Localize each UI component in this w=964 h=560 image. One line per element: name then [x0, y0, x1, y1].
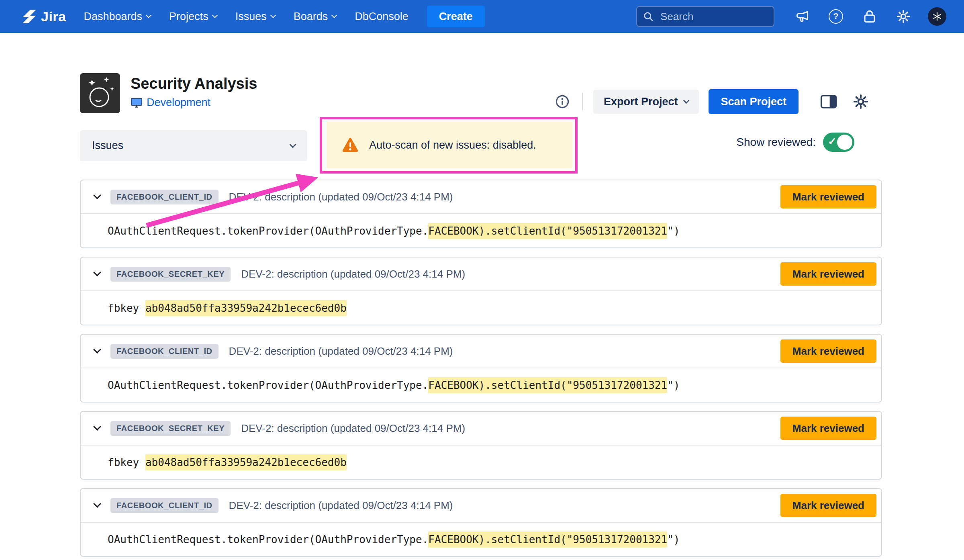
lock-icon[interactable]	[860, 7, 879, 26]
autoscan-warning-banner: Auto-scan of new issues: disabled.	[327, 122, 572, 168]
scan-project-button[interactable]: Scan Project	[709, 89, 799, 114]
header-actions: Export Project Scan Project	[553, 89, 872, 114]
secret-type-badge: FACEBOOK_CLIENT_ID	[110, 498, 219, 513]
settings-gear-icon[interactable]	[894, 7, 913, 26]
chevron-down-icon	[331, 12, 337, 18]
navbar-icons: ?	[793, 7, 946, 26]
code-snippet: fbkey ab048ad50ffa33959a242b1ecec6ed0b	[108, 302, 347, 314]
project-link[interactable]: Development	[131, 96, 257, 109]
mark-reviewed-button[interactable]: Mark reviewed	[780, 185, 876, 208]
secret-type-badge: FACEBOOK_SECRET_KEY	[110, 421, 231, 436]
issue-card-header: FACEBOOK_CLIENT_ID DEV-2: description (u…	[81, 489, 881, 523]
project-titles: Security Analysis Development	[131, 73, 257, 113]
nav-item-label: Projects	[169, 10, 208, 23]
navbar-right: ?	[636, 6, 946, 27]
secret-type-badge: FACEBOOK_CLIENT_ID	[110, 344, 219, 359]
issue-title: DEV-2: description (updated 09/Oct/23 4:…	[229, 345, 453, 358]
nav-item[interactable]: Projects	[169, 10, 217, 23]
issues-filter-dropdown[interactable]: Issues	[80, 130, 307, 161]
chevron-down-icon	[146, 12, 151, 18]
check-icon: ✓	[828, 135, 837, 148]
mark-reviewed-button[interactable]: Mark reviewed	[780, 339, 876, 363]
nav-item-label: Boards	[294, 10, 328, 23]
app-avatar-icon[interactable]	[928, 7, 946, 26]
issue-card: FACEBOOK_SECRET_KEY DEV-2: description (…	[80, 411, 882, 480]
issues-filter-label: Issues	[92, 139, 123, 152]
issue-list: FACEBOOK_CLIENT_ID DEV-2: description (u…	[80, 180, 882, 557]
nav-item[interactable]: Issues	[235, 10, 275, 23]
jira-logo-icon	[21, 8, 38, 25]
code-snippet: OAuthClientRequest.tokenProvider(OAuthPr…	[108, 379, 680, 391]
nav-item-label: DbConsole	[355, 10, 408, 23]
search-input[interactable]	[636, 6, 774, 27]
toggle-knob	[837, 135, 852, 150]
collapse-chevron-icon[interactable]	[93, 345, 101, 354]
issue-card-header: FACEBOOK_SECRET_KEY DEV-2: description (…	[81, 258, 881, 291]
mark-reviewed-button[interactable]: Mark reviewed	[780, 262, 876, 286]
issue-card-body: OAuthClientRequest.tokenProvider(OAuthPr…	[81, 368, 881, 402]
issue-card-body: OAuthClientRequest.tokenProvider(OAuthPr…	[81, 214, 881, 247]
project-category-icon	[131, 97, 143, 108]
show-reviewed-control: Show reviewed: ✓	[736, 133, 854, 152]
nav-item[interactable]: DbConsole	[355, 10, 408, 23]
issue-card-body: fbkey ab048ad50ffa33959a242b1ecec6ed0b	[81, 291, 881, 325]
code-snippet: fbkey ab048ad50ffa33959a242b1ecec6ed0b	[108, 456, 347, 468]
nav-items: Dashboards Projects Issues Boards DbCons…	[84, 10, 408, 23]
issue-card-header: FACEBOOK_CLIENT_ID DEV-2: description (u…	[81, 335, 881, 368]
nav-item-label: Dashboards	[84, 10, 143, 23]
nav-item-label: Issues	[235, 10, 267, 23]
issue-card-header: FACEBOOK_SECRET_KEY DEV-2: description (…	[81, 412, 881, 446]
issue-card-body: fbkey ab048ad50ffa33959a242b1ecec6ed0b	[81, 446, 881, 479]
project-link-label: Development	[147, 96, 210, 109]
mark-reviewed-button[interactable]: Mark reviewed	[780, 417, 876, 440]
nav-item[interactable]: Dashboards	[84, 10, 151, 23]
chevron-down-icon	[212, 12, 218, 18]
create-button[interactable]: Create	[427, 6, 485, 27]
search-icon	[643, 11, 654, 22]
issue-title: DEV-2: description (updated 09/Oct/23 4:…	[229, 191, 453, 203]
issue-card: FACEBOOK_CLIENT_ID DEV-2: description (u…	[80, 488, 882, 557]
show-reviewed-toggle[interactable]: ✓	[823, 133, 854, 152]
chevron-down-icon	[290, 141, 296, 148]
search-box	[636, 6, 774, 27]
warning-text: Auto-scan of new issues: disabled.	[369, 139, 536, 151]
info-icon[interactable]	[553, 92, 572, 111]
export-project-button[interactable]: Export Project	[593, 90, 699, 114]
collapse-chevron-icon[interactable]	[93, 423, 101, 431]
export-project-label: Export Project	[604, 96, 678, 108]
issue-card: FACEBOOK_CLIENT_ID DEV-2: description (u…	[80, 334, 882, 403]
collapse-chevron-icon[interactable]	[93, 500, 101, 508]
project-avatar	[80, 73, 120, 113]
issue-title: DEV-2: description (updated 09/Oct/23 4:…	[229, 499, 453, 512]
issue-card: FACEBOOK_SECRET_KEY DEV-2: description (…	[80, 257, 882, 325]
secret-type-badge: FACEBOOK_SECRET_KEY	[110, 267, 231, 282]
chevron-down-icon	[270, 12, 276, 18]
issue-title: DEV-2: description (updated 09/Oct/23 4:…	[241, 268, 465, 280]
announcement-icon[interactable]	[793, 7, 811, 26]
jira-brand[interactable]: Jira	[21, 8, 66, 25]
mark-reviewed-button[interactable]: Mark reviewed	[780, 494, 876, 517]
page-settings-gear-icon[interactable]	[850, 91, 872, 112]
issue-card-body: OAuthClientRequest.tokenProvider(OAuthPr…	[81, 523, 881, 556]
chevron-down-icon	[683, 97, 690, 104]
show-reviewed-label: Show reviewed:	[736, 136, 816, 149]
divider	[582, 93, 583, 110]
code-snippet: OAuthClientRequest.tokenProvider(OAuthPr…	[108, 225, 680, 237]
project-header: Security Analysis Development	[80, 73, 257, 113]
code-snippet: OAuthClientRequest.tokenProvider(OAuthPr…	[108, 533, 680, 546]
issue-card-header: FACEBOOK_CLIENT_ID DEV-2: description (u…	[81, 180, 881, 214]
warning-icon	[342, 137, 359, 153]
collapse-chevron-icon[interactable]	[93, 191, 101, 199]
page-title: Security Analysis	[131, 74, 257, 93]
brand-text: Jira	[41, 9, 66, 25]
issue-card: FACEBOOK_CLIENT_ID DEV-2: description (u…	[80, 180, 882, 248]
secret-type-badge: FACEBOOK_CLIENT_ID	[110, 190, 219, 204]
top-navbar: Jira Dashboards Projects Issues Boards D…	[0, 0, 964, 33]
collapse-chevron-icon[interactable]	[93, 268, 101, 276]
nav-item[interactable]: Boards	[294, 10, 337, 23]
details-panel-icon[interactable]	[818, 91, 839, 112]
issue-title: DEV-2: description (updated 09/Oct/23 4:…	[241, 422, 465, 435]
help-icon[interactable]: ?	[827, 7, 845, 26]
